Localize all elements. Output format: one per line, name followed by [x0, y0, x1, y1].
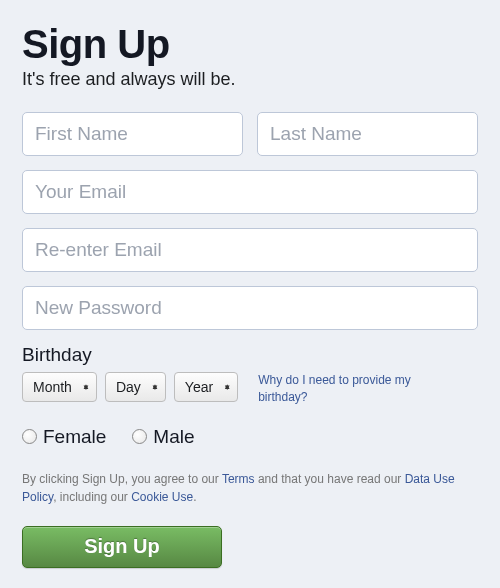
month-select[interactable]: Month ▲▼	[22, 372, 97, 402]
male-radio-item[interactable]: Male	[132, 426, 194, 448]
female-label: Female	[43, 426, 106, 448]
terms-suffix: .	[193, 490, 196, 504]
signup-button[interactable]: Sign Up	[22, 526, 222, 568]
last-name-input[interactable]	[257, 112, 478, 156]
select-arrows-icon: ▲▼	[82, 387, 90, 388]
birthday-why-link[interactable]: Why do I need to provide my birthday?	[258, 372, 428, 406]
select-arrows-icon: ▲▼	[223, 387, 231, 388]
email-input[interactable]	[22, 170, 478, 214]
male-radio[interactable]	[132, 429, 147, 444]
password-input[interactable]	[22, 286, 478, 330]
first-name-input[interactable]	[22, 112, 243, 156]
female-radio[interactable]	[22, 429, 37, 444]
birthday-label: Birthday	[22, 344, 478, 366]
terms-prefix: By clicking Sign Up, you agree to our	[22, 472, 222, 486]
day-select[interactable]: Day ▲▼	[105, 372, 166, 402]
year-select[interactable]: Year ▲▼	[174, 372, 238, 402]
year-select-value: Year	[185, 379, 213, 395]
male-label: Male	[153, 426, 194, 448]
day-select-value: Day	[116, 379, 141, 395]
page-subtitle: It's free and always will be.	[22, 69, 478, 90]
terms-link[interactable]: Terms	[222, 472, 255, 486]
cookie-use-link[interactable]: Cookie Use	[131, 490, 193, 504]
terms-middle: and that you have read our	[255, 472, 405, 486]
select-arrows-icon: ▲▼	[151, 387, 159, 388]
page-title: Sign Up	[22, 22, 478, 67]
female-radio-item[interactable]: Female	[22, 426, 106, 448]
terms-text: By clicking Sign Up, you agree to our Te…	[22, 470, 478, 506]
reenter-email-input[interactable]	[22, 228, 478, 272]
terms-middle2: , including our	[53, 490, 131, 504]
month-select-value: Month	[33, 379, 72, 395]
